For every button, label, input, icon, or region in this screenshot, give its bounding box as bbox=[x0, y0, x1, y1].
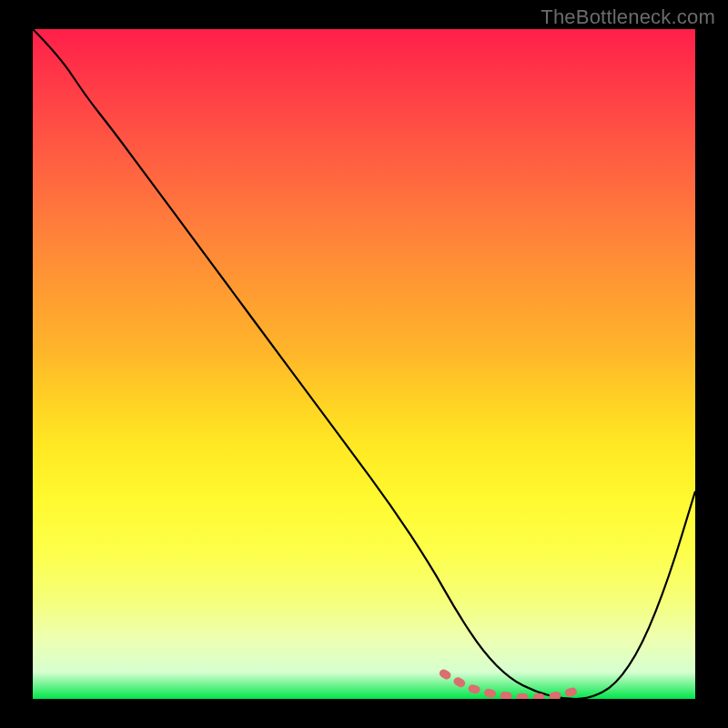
chart-svg bbox=[33, 29, 695, 699]
chart-plot-area bbox=[33, 29, 695, 699]
watermark-text: TheBottleneck.com bbox=[541, 5, 715, 29]
chart-curve bbox=[33, 29, 695, 699]
